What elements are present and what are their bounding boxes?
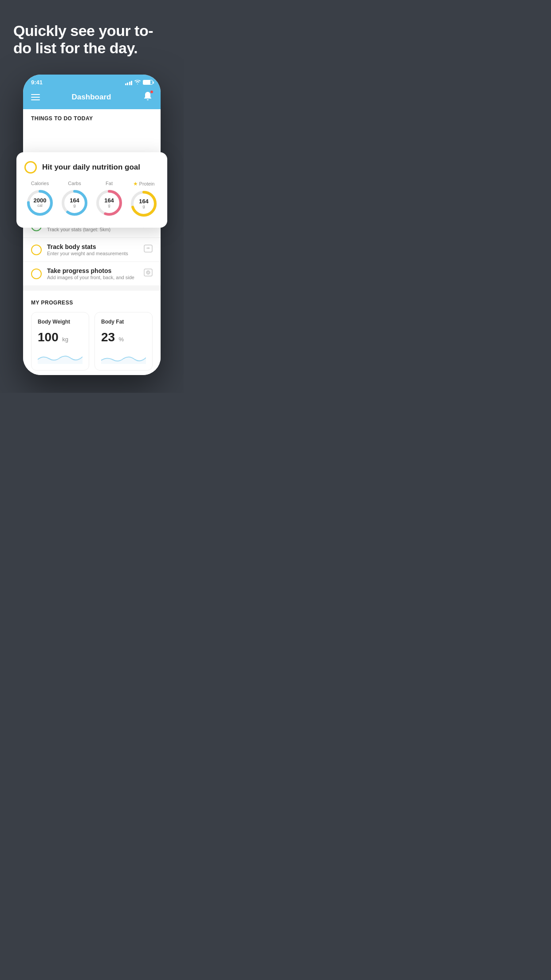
body-weight-chart bbox=[38, 351, 83, 364]
todo-circle-photos bbox=[31, 269, 42, 279]
progress-header: MY PROGRESS bbox=[31, 300, 153, 306]
todo-circle-body-stats bbox=[31, 245, 42, 255]
nav-title: Dashboard bbox=[72, 93, 111, 102]
fat-donut: 164 g bbox=[95, 189, 123, 217]
svg-point-10 bbox=[146, 271, 150, 274]
status-time: 9:41 bbox=[31, 79, 43, 86]
protein-donut: 164 g bbox=[130, 190, 158, 218]
todo-text-body-stats: Track body stats Enter your weight and m… bbox=[47, 243, 138, 256]
main-content: THINGS TO DO TODAY Running Track your st… bbox=[23, 109, 161, 375]
nutrition-card: Hit your daily nutrition goal Calories 2… bbox=[16, 152, 167, 228]
calories-donut: 2000 cal bbox=[26, 189, 54, 217]
todo-title-photos: Take progress photos bbox=[47, 267, 138, 274]
signal-icon bbox=[125, 80, 133, 85]
todo-subtitle-photos: Add images of your front, back, and side bbox=[47, 275, 138, 280]
todo-title-body-stats: Track body stats bbox=[47, 243, 138, 250]
body-fat-card: Body Fat 23 % bbox=[94, 312, 153, 371]
fat-label: Fat bbox=[106, 181, 113, 186]
todo-item-photos[interactable]: Take progress photos Add images of your … bbox=[23, 262, 161, 285]
fat-value-center: 164 g bbox=[104, 198, 114, 208]
carbs-value-center: 164 g bbox=[70, 198, 79, 208]
todo-subtitle-body-stats: Enter your weight and measurements bbox=[47, 251, 138, 256]
progress-cards: Body Weight 100 kg bbox=[31, 312, 153, 371]
todo-item-body-stats[interactable]: Track body stats Enter your weight and m… bbox=[23, 238, 161, 262]
body-weight-card: Body Weight 100 kg bbox=[31, 312, 89, 371]
status-icons bbox=[125, 79, 153, 86]
photo-icon bbox=[144, 269, 153, 279]
card-header: Hit your daily nutrition goal bbox=[24, 161, 159, 174]
wifi-icon bbox=[134, 79, 141, 86]
protein-label: ★ Protein bbox=[133, 181, 155, 187]
nav-bar: Dashboard bbox=[23, 87, 161, 109]
svg-rect-9 bbox=[144, 269, 152, 276]
nutrition-calories: Calories 2000 cal bbox=[26, 181, 54, 218]
body-weight-title: Body Weight bbox=[38, 319, 83, 325]
nutrition-protein: ★ Protein 164 g bbox=[130, 181, 158, 218]
body-fat-unit: % bbox=[119, 336, 124, 343]
phone-wrapper: Hit your daily nutrition goal Calories 2… bbox=[0, 75, 184, 393]
menu-button[interactable] bbox=[31, 94, 40, 100]
body-fat-chart bbox=[101, 351, 146, 364]
protein-value-center: 164 g bbox=[139, 198, 149, 209]
todo-text-photos: Take progress photos Add images of your … bbox=[47, 267, 138, 280]
nutrition-carbs: Carbs 164 g bbox=[60, 181, 89, 218]
nutrition-grid: Calories 2000 cal Carbs bbox=[24, 181, 159, 218]
calories-value-center: 2000 cal bbox=[34, 198, 47, 208]
calories-label: Calories bbox=[31, 181, 49, 186]
notification-button[interactable] bbox=[143, 91, 153, 103]
progress-section: MY PROGRESS Body Weight 100 kg bbox=[23, 291, 161, 375]
notification-dot bbox=[150, 90, 153, 94]
status-bar: 9:41 bbox=[23, 75, 161, 87]
body-weight-unit: kg bbox=[62, 336, 68, 343]
hero-title: Quickly see your to-do list for the day. bbox=[13, 22, 170, 57]
scale-icon bbox=[144, 245, 153, 255]
body-fat-values: 23 % bbox=[101, 330, 146, 344]
things-today-header: THINGS TO DO TODAY bbox=[23, 109, 161, 125]
body-fat-title: Body Fat bbox=[101, 319, 146, 325]
hero-section: Quickly see your to-do list for the day. bbox=[0, 0, 184, 66]
body-fat-value: 23 bbox=[101, 330, 115, 344]
card-radio[interactable] bbox=[24, 161, 37, 174]
card-title: Hit your daily nutrition goal bbox=[42, 163, 140, 172]
nutrition-fat: Fat 164 g bbox=[95, 181, 123, 218]
body-weight-value: 100 bbox=[38, 330, 59, 344]
star-icon: ★ bbox=[133, 181, 138, 187]
battery-icon bbox=[143, 80, 153, 85]
carbs-donut: 164 g bbox=[60, 189, 89, 217]
svg-point-11 bbox=[147, 272, 149, 273]
body-weight-values: 100 kg bbox=[38, 330, 83, 344]
carbs-label: Carbs bbox=[68, 181, 81, 186]
